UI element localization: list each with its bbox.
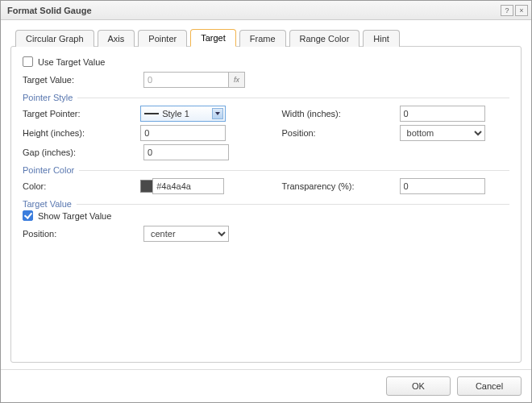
target-value-row: Target Value: fx — [23, 72, 509, 88]
show-target-value-label: Show Target Value — [38, 211, 111, 221]
dialog-title: Format Solid Gauge — [7, 6, 499, 15]
gap-input[interactable] — [143, 144, 229, 160]
format-solid-gauge-dialog: Format Solid Gauge ? × Circular Graph Ax… — [0, 0, 532, 403]
target-pointer-row: Target Pointer: Style 1 Width (inches): — [23, 106, 509, 122]
target-value-input[interactable] — [143, 72, 229, 88]
show-target-value-checkbox[interactable] — [23, 210, 33, 221]
use-target-checkbox[interactable] — [23, 56, 33, 67]
color-label: Color: — [23, 181, 140, 191]
target-pointer-select[interactable]: Style 1 — [140, 106, 226, 122]
target-value-label: Target Value: — [23, 75, 143, 85]
width-label: Width (inches): — [281, 109, 399, 118]
line-preview-icon — [144, 113, 159, 114]
group-pointer-style-label: Pointer Style — [23, 93, 73, 102]
position2-label: Position: — [23, 229, 143, 239]
tab-hint[interactable]: Hint — [363, 30, 400, 47]
use-target-label: Use Target Value — [38, 57, 105, 67]
color-row: Color: Transparency (%): — [23, 178, 509, 194]
titlebar: Format Solid Gauge ? × — [1, 1, 531, 20]
height-input[interactable] — [140, 125, 226, 141]
group-pointer-color-label: Pointer Color — [23, 165, 74, 175]
group-pointer-style: Pointer Style — [23, 93, 509, 102]
height-label: Height (inches): — [23, 128, 140, 138]
use-target-row: Use Target Value — [23, 56, 509, 67]
transparency-label: Transparency (%): — [281, 181, 399, 191]
gap-label: Gap (inches): — [23, 147, 143, 157]
dialog-footer: OK Cancel — [1, 369, 531, 402]
chevron-down-icon — [212, 108, 223, 119]
position2-row: Position: center — [23, 226, 509, 242]
width-input[interactable] — [400, 106, 485, 122]
gap-row: Gap (inches): — [23, 144, 509, 160]
target-value-fx-button[interactable]: fx — [229, 72, 245, 88]
position1-label: Position: — [281, 128, 399, 138]
position1-select[interactable]: bottom — [400, 125, 485, 141]
tab-pointer[interactable]: Pointer — [138, 30, 187, 47]
cancel-button[interactable]: Cancel — [457, 376, 522, 396]
tab-strip: Circular Graph Axis Pointer Target Frame… — [10, 28, 522, 46]
transparency-input[interactable] — [400, 178, 485, 194]
color-swatch[interactable] — [140, 180, 153, 193]
target-panel: Use Target Value Target Value: fx Pointe… — [10, 46, 522, 363]
tab-circular-graph[interactable]: Circular Graph — [15, 30, 94, 47]
tab-axis[interactable]: Axis — [98, 30, 135, 47]
target-pointer-label: Target Pointer: — [23, 109, 140, 118]
tab-target[interactable]: Target — [190, 29, 236, 47]
close-button[interactable]: × — [515, 5, 528, 16]
ok-button[interactable]: OK — [386, 376, 451, 396]
dialog-body: Circular Graph Axis Pointer Target Frame… — [1, 20, 531, 369]
height-row: Height (inches): Position: bottom — [23, 125, 509, 141]
show-target-value-row: Show Target Value — [23, 210, 509, 221]
color-input[interactable] — [152, 178, 224, 194]
position2-select[interactable]: center — [143, 226, 229, 242]
tab-range-color[interactable]: Range Color — [289, 30, 360, 47]
target-pointer-value: Style 1 — [162, 109, 189, 118]
help-button[interactable]: ? — [501, 5, 513, 16]
group-target-value: Target Value — [23, 199, 509, 209]
tab-frame[interactable]: Frame — [239, 30, 286, 47]
group-pointer-color: Pointer Color — [23, 165, 509, 175]
group-target-value-label: Target Value — [23, 199, 72, 209]
